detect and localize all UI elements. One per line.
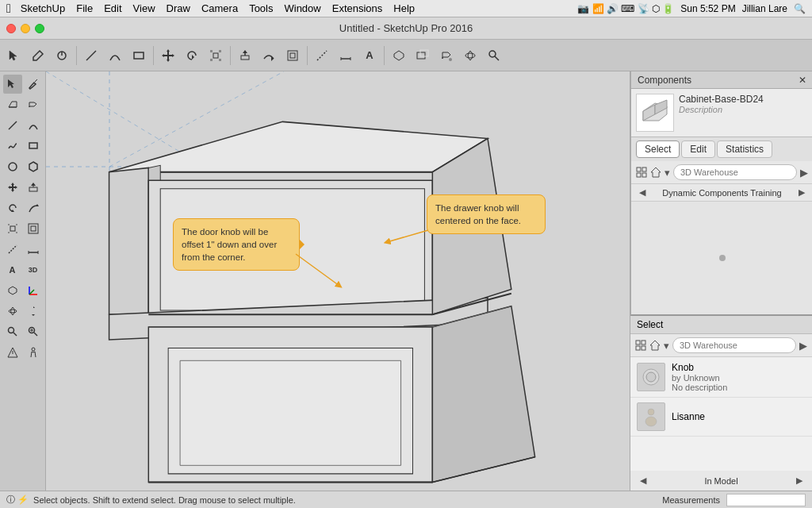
menu-extensions[interactable]: Extensions — [332, 2, 383, 14]
left-rotate-tool[interactable] — [3, 198, 22, 217]
left-select-tool[interactable] — [3, 75, 22, 94]
line-tool-btn[interactable] — [80, 44, 102, 67]
paint-bucket-btn[interactable] — [435, 44, 458, 67]
left-dimension-tool[interactable] — [24, 240, 43, 259]
left-line-tool[interactable] — [3, 116, 22, 135]
fullscreen-button[interactable] — [35, 24, 44, 33]
svg-point-107 — [648, 409, 654, 415]
left-scale-tool[interactable] — [3, 219, 22, 238]
left-bucket-tool[interactable] — [24, 95, 43, 114]
shape-tool-btn[interactable] — [51, 44, 73, 67]
traffic-lights — [6, 24, 44, 33]
search-input[interactable] — [673, 164, 797, 180]
dimension-btn[interactable] — [335, 44, 357, 67]
menu-bar-icons: 📷 📶 🔊 ⌨ 📡 ⬡ 🔋 — [577, 3, 674, 14]
toolbar-sep-3 — [230, 46, 231, 65]
left-pan-tool[interactable] — [24, 302, 43, 321]
in-model-back-btn[interactable]: ◀ — [637, 474, 649, 487]
menu-camera[interactable]: Camera — [201, 2, 238, 14]
left-3dtext-tool[interactable]: 3D — [24, 260, 43, 279]
list-item-lisanne[interactable]: Lisanne — [630, 398, 812, 437]
push-pull-btn[interactable] — [234, 44, 256, 67]
left-move-tool[interactable] — [3, 178, 22, 197]
select-dropdown-btn[interactable]: ▾ — [664, 337, 669, 353]
camera-orbit-btn[interactable] — [459, 44, 481, 67]
panel-minimize-btn[interactable]: ✕ — [799, 75, 806, 86]
menu-bar-search[interactable]: 🔍 — [794, 3, 806, 14]
left-circle-tool[interactable] — [3, 157, 22, 176]
left-section-tool[interactable] — [3, 281, 22, 300]
select-grid-btn[interactable] — [635, 337, 646, 353]
left-text-tool[interactable]: A — [3, 260, 22, 279]
svg-line-46 — [9, 245, 17, 253]
component-header: Cabinet-Base-BD24 Description — [636, 94, 808, 132]
tape-measure-btn[interactable] — [311, 44, 333, 67]
left-paint-tool[interactable] — [24, 75, 43, 94]
zoom-btn[interactable] — [483, 44, 505, 67]
tab-edit[interactable]: Edit — [681, 140, 715, 158]
search-go-btn[interactable]: ▶ — [800, 164, 808, 180]
select-go-btn[interactable]: ▶ — [799, 337, 807, 353]
follow-me-btn[interactable] — [258, 44, 280, 67]
left-axes-tool[interactable] — [24, 281, 43, 300]
knob-thumb-svg — [640, 366, 662, 388]
menu-view[interactable]: View — [133, 2, 155, 14]
left-tool-row-14 — [3, 343, 43, 362]
tab-statistics[interactable]: Statistics — [717, 140, 772, 158]
left-measure-tool[interactable] — [3, 240, 22, 259]
close-button[interactable] — [6, 24, 16, 33]
left-polygon-tool[interactable] — [24, 157, 43, 176]
paint-tool-btn[interactable] — [27, 44, 49, 67]
arc-tool-btn[interactable] — [104, 44, 126, 67]
left-freehand-tool[interactable] — [3, 137, 22, 156]
left-eraser-tool[interactable] — [3, 95, 22, 114]
svg-line-2 — [86, 51, 96, 60]
svg-rect-22 — [420, 50, 428, 56]
offset-btn[interactable] — [282, 44, 304, 67]
minimize-button[interactable] — [21, 24, 30, 33]
left-zoomext-tool[interactable] — [24, 322, 43, 341]
list-item-knob[interactable]: Knob by Unknown No description — [630, 357, 812, 398]
grid-view-btn[interactable] — [636, 164, 647, 180]
left-arc-tool[interactable] — [24, 116, 43, 135]
svg-rect-98 — [642, 173, 646, 177]
left-zoom-tool[interactable] — [3, 322, 22, 341]
left-lookaround-tool[interactable] — [3, 343, 22, 362]
nav-back-btn[interactable]: ◀ — [636, 186, 649, 199]
rotate-tool-btn[interactable] — [181, 44, 203, 67]
menu-help[interactable]: Help — [393, 2, 415, 14]
select-tool-btn[interactable] — [3, 44, 25, 67]
nav-forward-btn[interactable]: ▶ — [795, 186, 808, 199]
move-tool-btn[interactable] — [157, 44, 179, 67]
left-walk-tool[interactable] — [24, 343, 43, 362]
component-btn[interactable] — [412, 44, 434, 67]
menu-draw[interactable]: Draw — [167, 2, 190, 14]
svg-rect-102 — [636, 346, 640, 350]
select-search-input[interactable] — [672, 337, 796, 353]
text-btn[interactable]: A — [358, 44, 381, 67]
left-followme-tool[interactable] — [24, 198, 43, 217]
section-plane-btn[interactable] — [388, 44, 410, 67]
viewport[interactable]: The door knob will be offset 1" down and… — [46, 71, 630, 491]
home-btn[interactable] — [650, 164, 661, 180]
measurements-input[interactable] — [726, 494, 806, 506]
left-rect-tool[interactable] — [24, 137, 43, 156]
left-offset-tool[interactable] — [24, 219, 43, 238]
select-home-btn[interactable] — [649, 337, 661, 353]
menu-file[interactable]: File — [76, 2, 93, 14]
scale-tool-btn[interactable] — [205, 44, 227, 67]
menu-edit[interactable]: Edit — [104, 2, 121, 14]
apple-menu[interactable]:  — [6, 2, 11, 16]
dropdown-btn[interactable]: ▾ — [665, 164, 670, 180]
components-panel-title: Components — [638, 75, 691, 86]
knob-info: Knob by Unknown No description — [672, 362, 806, 392]
left-orbit-tool[interactable] — [3, 302, 22, 321]
tab-select[interactable]: Select — [636, 140, 680, 158]
left-pushpull-tool[interactable] — [24, 178, 43, 197]
menu-sketchup[interactable]: SketchUp — [21, 2, 65, 14]
rect-tool-btn[interactable] — [128, 44, 150, 67]
in-model-forward-btn[interactable]: ▶ — [793, 474, 806, 487]
menu-window[interactable]: Window — [284, 2, 320, 14]
menu-tools[interactable]: Tools — [249, 2, 273, 14]
components-panel-titlebar: Components ✕ — [631, 71, 812, 89]
